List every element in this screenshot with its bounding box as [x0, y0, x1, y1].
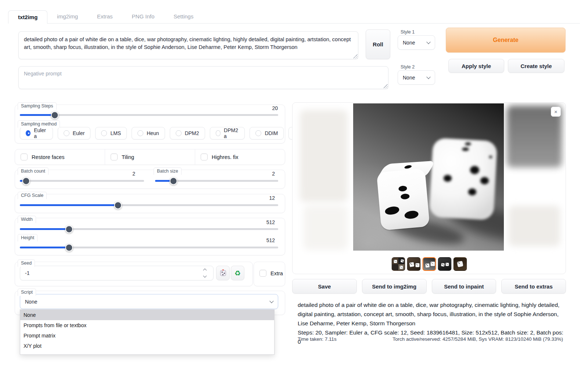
- radio-icon: [216, 130, 220, 136]
- seed-stepper[interactable]: [201, 269, 208, 277]
- style2-value: None: [403, 75, 415, 81]
- height-slider[interactable]: [20, 247, 278, 248]
- thumbnail-2[interactable]: [407, 257, 420, 271]
- radio-icon: [137, 130, 143, 136]
- radio-icon: [101, 130, 107, 136]
- save-button[interactable]: Save: [292, 279, 357, 294]
- script-option-prompts-from-file[interactable]: Prompts from file or textbox: [20, 320, 274, 330]
- cfg-scale-value: 12: [257, 195, 275, 201]
- batch-size-slider-handle[interactable]: [170, 177, 178, 185]
- reuse-seed-button[interactable]: ♻: [231, 266, 244, 280]
- radio-selected-icon: [26, 130, 31, 136]
- script-value: None: [25, 299, 37, 305]
- cfg-card: [15, 194, 285, 213]
- tab-img2img[interactable]: img2img: [47, 10, 87, 23]
- cfg-scale-slider[interactable]: [20, 204, 278, 206]
- chevron-down-icon: [426, 40, 430, 44]
- send-to-inpaint-button[interactable]: Send to inpaint: [432, 279, 496, 294]
- style2-dropdown[interactable]: None: [398, 70, 435, 85]
- blurred-prev-image: [304, 206, 348, 250]
- generated-image[interactable]: [353, 103, 504, 251]
- batch-count-slider-handle[interactable]: [22, 177, 30, 185]
- style2-label: Style 2: [401, 64, 415, 70]
- height-slider-handle[interactable]: [65, 244, 73, 251]
- dice-icon: [220, 270, 226, 276]
- script-label: Script: [18, 289, 36, 296]
- send-to-img2img-button[interactable]: Send to img2img: [362, 279, 427, 294]
- die-right-blurred: [431, 139, 495, 219]
- blurred-prev-image: [300, 110, 348, 202]
- width-label: Width: [18, 216, 36, 223]
- batch-count-label: Batch count: [18, 167, 49, 175]
- negative-prompt-input[interactable]: [18, 66, 388, 89]
- sampling-method-dpm2[interactable]: DPM2: [170, 127, 205, 139]
- negative-prompt-resize-handle-icon[interactable]: [384, 84, 388, 88]
- checkbox-icon: [21, 153, 28, 160]
- recycle-icon: ♻: [234, 270, 241, 277]
- seed-label: Seed: [18, 259, 35, 267]
- width-slider[interactable]: [20, 228, 278, 230]
- tab-extras[interactable]: Extras: [87, 10, 122, 23]
- sampling-method-lms[interactable]: LMS: [95, 127, 127, 139]
- tiling-checkbox[interactable]: Tiling: [105, 149, 195, 164]
- tab-bar: txt2img img2img Extras PNG Info Settings: [8, 10, 580, 24]
- apply-style-button[interactable]: Apply style: [448, 59, 504, 73]
- thumbnail-3-selected[interactable]: [422, 257, 436, 271]
- thumbnail-4[interactable]: [438, 257, 451, 271]
- script-option-prompt-matrix[interactable]: Prompt matrix: [20, 330, 274, 341]
- dimensions-card: [15, 218, 285, 255]
- batch-size-label: Batch size: [154, 167, 182, 175]
- style1-label: Style 1: [401, 29, 415, 35]
- sampling-method-euler[interactable]: Euler: [58, 127, 91, 139]
- prompt-resize-handle-icon[interactable]: [354, 54, 358, 59]
- cfg-scale-slider-handle[interactable]: [114, 201, 122, 209]
- spinner-down-icon[interactable]: [203, 274, 207, 278]
- vram-stats-text: Torch active/reserved: 4257/5284 MiB, Sy…: [392, 336, 563, 342]
- sampling-method-heun[interactable]: Heun: [132, 127, 165, 139]
- sampling-method-dpm2a[interactable]: DPM2 a: [210, 127, 245, 139]
- sampling-method-ddim[interactable]: DDIM: [250, 127, 284, 139]
- send-to-extras-button[interactable]: Send to extras: [501, 279, 566, 294]
- cfg-scale-label: CFG Scale: [18, 192, 47, 199]
- batch-card: [15, 170, 285, 189]
- thumbnail-5[interactable]: [453, 257, 467, 271]
- tab-settings[interactable]: Settings: [164, 10, 203, 23]
- spinner-up-icon[interactable]: [203, 269, 207, 272]
- thumbnail-1[interactable]: [391, 257, 405, 271]
- random-seed-button[interactable]: [216, 266, 230, 280]
- roll-button[interactable]: Roll: [366, 29, 390, 59]
- batch-count-slider[interactable]: [20, 180, 144, 182]
- generation-footer: Time taken: 7.11s Torch active/reserved:…: [298, 336, 563, 342]
- tab-png-info[interactable]: PNG Info: [122, 10, 164, 23]
- die-left: [376, 169, 430, 231]
- highres-fix-checkbox[interactable]: Highres. fix: [195, 149, 285, 164]
- script-option-none[interactable]: None: [20, 310, 274, 320]
- restore-faces-checkbox[interactable]: Restore faces: [15, 149, 105, 164]
- sampling-steps-slider-handle[interactable]: [51, 111, 58, 119]
- prompt-input[interactable]: detailed photo of a pair of white die on…: [18, 31, 358, 59]
- tab-txt2img[interactable]: txt2img: [8, 10, 47, 24]
- extra-seed-checkbox[interactable]: Extra: [257, 270, 284, 277]
- script-option-xy-plot[interactable]: X/Y plot: [20, 341, 274, 351]
- close-icon[interactable]: ×: [551, 107, 561, 117]
- sampling-steps-slider[interactable]: [20, 114, 278, 116]
- seed-input[interactable]: [20, 266, 214, 280]
- style1-dropdown[interactable]: None: [398, 35, 435, 50]
- blurred-next-image: [509, 206, 560, 246]
- sd-webui-app: txt2img img2img Extras PNG Info Settings…: [0, 0, 588, 368]
- output-actions: Save Send to img2img Send to inpaint Sen…: [292, 279, 566, 294]
- width-value: 512: [256, 219, 275, 225]
- batch-size-slider[interactable]: [155, 180, 278, 182]
- script-dropdown[interactable]: None: [20, 294, 278, 309]
- generate-button[interactable]: Generate: [446, 28, 566, 53]
- radio-icon: [176, 130, 182, 136]
- width-slider-handle[interactable]: [65, 225, 73, 233]
- batch-size-value: 2: [257, 171, 275, 177]
- sampling-steps-label: Sampling Steps: [18, 102, 57, 110]
- sampling-method-euler-a[interactable]: Euler a: [20, 127, 53, 139]
- create-style-button[interactable]: Create style: [508, 59, 564, 73]
- checkbox-icon: [201, 153, 208, 160]
- chevron-down-icon: [426, 75, 430, 79]
- sampling-method-group: Euler a Euler LMS Heun DPM2 DPM2 a DDIM …: [20, 127, 279, 139]
- result-gallery: ×: [292, 102, 566, 274]
